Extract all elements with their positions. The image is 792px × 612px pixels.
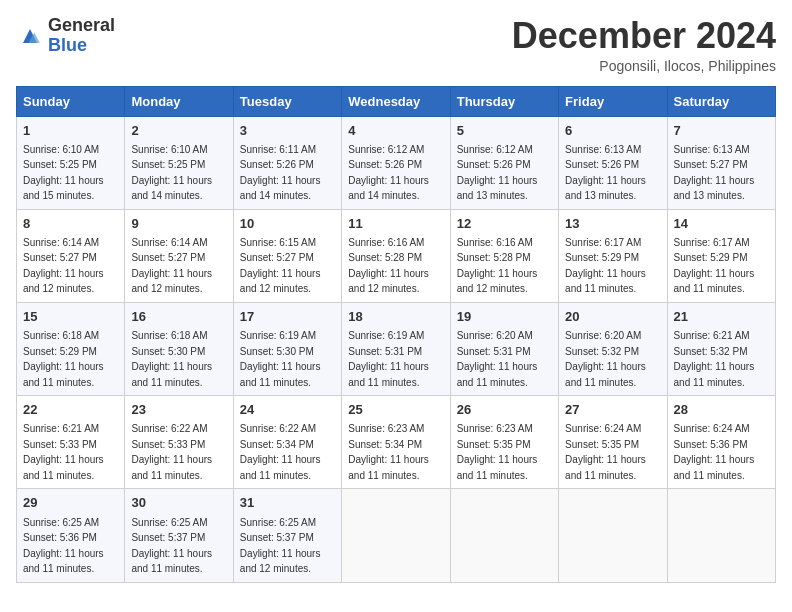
day-number: 20: [565, 308, 660, 326]
day-number: 12: [457, 215, 552, 233]
cell-info: Sunrise: 6:13 AMSunset: 5:27 PMDaylight:…: [674, 144, 755, 202]
calendar-cell: 18 Sunrise: 6:19 AMSunset: 5:31 PMDaylig…: [342, 302, 450, 395]
day-number: 3: [240, 122, 335, 140]
day-number: 8: [23, 215, 118, 233]
cell-info: Sunrise: 6:10 AMSunset: 5:25 PMDaylight:…: [23, 144, 104, 202]
day-number: 15: [23, 308, 118, 326]
cell-info: Sunrise: 6:23 AMSunset: 5:35 PMDaylight:…: [457, 423, 538, 481]
calendar-cell: 16 Sunrise: 6:18 AMSunset: 5:30 PMDaylig…: [125, 302, 233, 395]
calendar-cell: 12 Sunrise: 6:16 AMSunset: 5:28 PMDaylig…: [450, 209, 558, 302]
cell-info: Sunrise: 6:20 AMSunset: 5:31 PMDaylight:…: [457, 330, 538, 388]
calendar-cell: 19 Sunrise: 6:20 AMSunset: 5:31 PMDaylig…: [450, 302, 558, 395]
calendar-cell: 23 Sunrise: 6:22 AMSunset: 5:33 PMDaylig…: [125, 396, 233, 489]
day-number: 18: [348, 308, 443, 326]
calendar-cell: 11 Sunrise: 6:16 AMSunset: 5:28 PMDaylig…: [342, 209, 450, 302]
day-number: 25: [348, 401, 443, 419]
day-number: 17: [240, 308, 335, 326]
cell-info: Sunrise: 6:16 AMSunset: 5:28 PMDaylight:…: [457, 237, 538, 295]
cell-info: Sunrise: 6:17 AMSunset: 5:29 PMDaylight:…: [565, 237, 646, 295]
day-number: 22: [23, 401, 118, 419]
cell-info: Sunrise: 6:16 AMSunset: 5:28 PMDaylight:…: [348, 237, 429, 295]
month-title: December 2024: [512, 16, 776, 56]
calendar-cell: 14 Sunrise: 6:17 AMSunset: 5:29 PMDaylig…: [667, 209, 775, 302]
day-header-sunday: Sunday: [17, 86, 125, 116]
cell-info: Sunrise: 6:14 AMSunset: 5:27 PMDaylight:…: [23, 237, 104, 295]
cell-info: Sunrise: 6:11 AMSunset: 5:26 PMDaylight:…: [240, 144, 321, 202]
calendar-cell: 10 Sunrise: 6:15 AMSunset: 5:27 PMDaylig…: [233, 209, 341, 302]
cell-info: Sunrise: 6:21 AMSunset: 5:32 PMDaylight:…: [674, 330, 755, 388]
cell-info: Sunrise: 6:25 AMSunset: 5:37 PMDaylight:…: [131, 517, 212, 575]
cell-info: Sunrise: 6:25 AMSunset: 5:36 PMDaylight:…: [23, 517, 104, 575]
day-number: 7: [674, 122, 769, 140]
day-header-friday: Friday: [559, 86, 667, 116]
calendar-cell: 17 Sunrise: 6:19 AMSunset: 5:30 PMDaylig…: [233, 302, 341, 395]
calendar-cell: 6 Sunrise: 6:13 AMSunset: 5:26 PMDayligh…: [559, 116, 667, 209]
day-number: 23: [131, 401, 226, 419]
day-number: 1: [23, 122, 118, 140]
cell-info: Sunrise: 6:22 AMSunset: 5:34 PMDaylight:…: [240, 423, 321, 481]
day-number: 5: [457, 122, 552, 140]
cell-info: Sunrise: 6:18 AMSunset: 5:29 PMDaylight:…: [23, 330, 104, 388]
logo-text: General Blue: [48, 16, 115, 56]
cell-info: Sunrise: 6:14 AMSunset: 5:27 PMDaylight:…: [131, 237, 212, 295]
calendar-week-3: 15 Sunrise: 6:18 AMSunset: 5:29 PMDaylig…: [17, 302, 776, 395]
day-header-thursday: Thursday: [450, 86, 558, 116]
calendar-week-4: 22 Sunrise: 6:21 AMSunset: 5:33 PMDaylig…: [17, 396, 776, 489]
day-number: 24: [240, 401, 335, 419]
calendar-cell: 13 Sunrise: 6:17 AMSunset: 5:29 PMDaylig…: [559, 209, 667, 302]
calendar-cell: 21 Sunrise: 6:21 AMSunset: 5:32 PMDaylig…: [667, 302, 775, 395]
day-number: 14: [674, 215, 769, 233]
calendar-cell: 3 Sunrise: 6:11 AMSunset: 5:26 PMDayligh…: [233, 116, 341, 209]
calendar-cell: 20 Sunrise: 6:20 AMSunset: 5:32 PMDaylig…: [559, 302, 667, 395]
calendar-cell: [667, 489, 775, 582]
calendar-cell: 28 Sunrise: 6:24 AMSunset: 5:36 PMDaylig…: [667, 396, 775, 489]
cell-info: Sunrise: 6:23 AMSunset: 5:34 PMDaylight:…: [348, 423, 429, 481]
day-number: 6: [565, 122, 660, 140]
calendar-cell: 1 Sunrise: 6:10 AMSunset: 5:25 PMDayligh…: [17, 116, 125, 209]
calendar-cell: 29 Sunrise: 6:25 AMSunset: 5:36 PMDaylig…: [17, 489, 125, 582]
calendar-cell: 15 Sunrise: 6:18 AMSunset: 5:29 PMDaylig…: [17, 302, 125, 395]
calendar-header: SundayMondayTuesdayWednesdayThursdayFrid…: [17, 86, 776, 116]
calendar-table: SundayMondayTuesdayWednesdayThursdayFrid…: [16, 86, 776, 583]
calendar-week-2: 8 Sunrise: 6:14 AMSunset: 5:27 PMDayligh…: [17, 209, 776, 302]
calendar-cell: [450, 489, 558, 582]
calendar-cell: 30 Sunrise: 6:25 AMSunset: 5:37 PMDaylig…: [125, 489, 233, 582]
calendar-cell: 7 Sunrise: 6:13 AMSunset: 5:27 PMDayligh…: [667, 116, 775, 209]
cell-info: Sunrise: 6:19 AMSunset: 5:31 PMDaylight:…: [348, 330, 429, 388]
cell-info: Sunrise: 6:21 AMSunset: 5:33 PMDaylight:…: [23, 423, 104, 481]
calendar-cell: 26 Sunrise: 6:23 AMSunset: 5:35 PMDaylig…: [450, 396, 558, 489]
cell-info: Sunrise: 6:13 AMSunset: 5:26 PMDaylight:…: [565, 144, 646, 202]
cell-info: Sunrise: 6:25 AMSunset: 5:37 PMDaylight:…: [240, 517, 321, 575]
calendar-cell: 4 Sunrise: 6:12 AMSunset: 5:26 PMDayligh…: [342, 116, 450, 209]
location-subtitle: Pogonsili, Ilocos, Philippines: [512, 58, 776, 74]
day-header-monday: Monday: [125, 86, 233, 116]
cell-info: Sunrise: 6:17 AMSunset: 5:29 PMDaylight:…: [674, 237, 755, 295]
title-block: December 2024 Pogonsili, Ilocos, Philipp…: [512, 16, 776, 74]
cell-info: Sunrise: 6:19 AMSunset: 5:30 PMDaylight:…: [240, 330, 321, 388]
cell-info: Sunrise: 6:20 AMSunset: 5:32 PMDaylight:…: [565, 330, 646, 388]
calendar-cell: 25 Sunrise: 6:23 AMSunset: 5:34 PMDaylig…: [342, 396, 450, 489]
day-number: 2: [131, 122, 226, 140]
day-number: 26: [457, 401, 552, 419]
day-number: 4: [348, 122, 443, 140]
day-number: 29: [23, 494, 118, 512]
calendar-cell: 2 Sunrise: 6:10 AMSunset: 5:25 PMDayligh…: [125, 116, 233, 209]
day-number: 27: [565, 401, 660, 419]
day-header-wednesday: Wednesday: [342, 86, 450, 116]
calendar-cell: 31 Sunrise: 6:25 AMSunset: 5:37 PMDaylig…: [233, 489, 341, 582]
day-header-tuesday: Tuesday: [233, 86, 341, 116]
day-number: 28: [674, 401, 769, 419]
calendar-cell: 24 Sunrise: 6:22 AMSunset: 5:34 PMDaylig…: [233, 396, 341, 489]
day-header-saturday: Saturday: [667, 86, 775, 116]
calendar-cell: [342, 489, 450, 582]
calendar-cell: 5 Sunrise: 6:12 AMSunset: 5:26 PMDayligh…: [450, 116, 558, 209]
calendar-cell: 9 Sunrise: 6:14 AMSunset: 5:27 PMDayligh…: [125, 209, 233, 302]
cell-info: Sunrise: 6:24 AMSunset: 5:35 PMDaylight:…: [565, 423, 646, 481]
cell-info: Sunrise: 6:24 AMSunset: 5:36 PMDaylight:…: [674, 423, 755, 481]
cell-info: Sunrise: 6:12 AMSunset: 5:26 PMDaylight:…: [457, 144, 538, 202]
cell-info: Sunrise: 6:18 AMSunset: 5:30 PMDaylight:…: [131, 330, 212, 388]
cell-info: Sunrise: 6:15 AMSunset: 5:27 PMDaylight:…: [240, 237, 321, 295]
day-number: 19: [457, 308, 552, 326]
cell-info: Sunrise: 6:12 AMSunset: 5:26 PMDaylight:…: [348, 144, 429, 202]
page-header: General Blue December 2024 Pogonsili, Il…: [16, 16, 776, 74]
